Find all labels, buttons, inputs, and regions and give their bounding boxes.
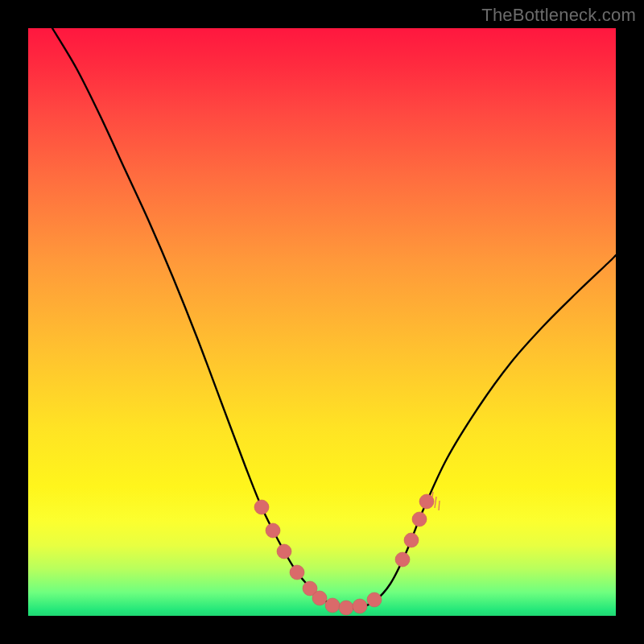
watermark-text: TheBottleneck.com	[481, 5, 636, 26]
curve-layer	[28, 28, 616, 616]
curve-marker	[412, 512, 427, 526]
curve-marker	[404, 533, 419, 547]
bottleneck-curve	[52, 28, 616, 609]
curve-marker	[312, 591, 327, 605]
plot-area	[28, 28, 616, 616]
curve-marker	[395, 552, 410, 567]
curve-marker	[266, 523, 280, 538]
curve-marker	[277, 544, 291, 559]
curve-marker	[325, 598, 340, 613]
curve-marker	[339, 601, 353, 615]
curve-marker	[367, 592, 382, 607]
curve-marker	[290, 565, 304, 580]
curve-marker	[353, 599, 367, 613]
curve-marker	[254, 500, 269, 514]
curve-markers	[254, 494, 434, 615]
outer-frame: TheBottleneck.com	[0, 0, 644, 644]
